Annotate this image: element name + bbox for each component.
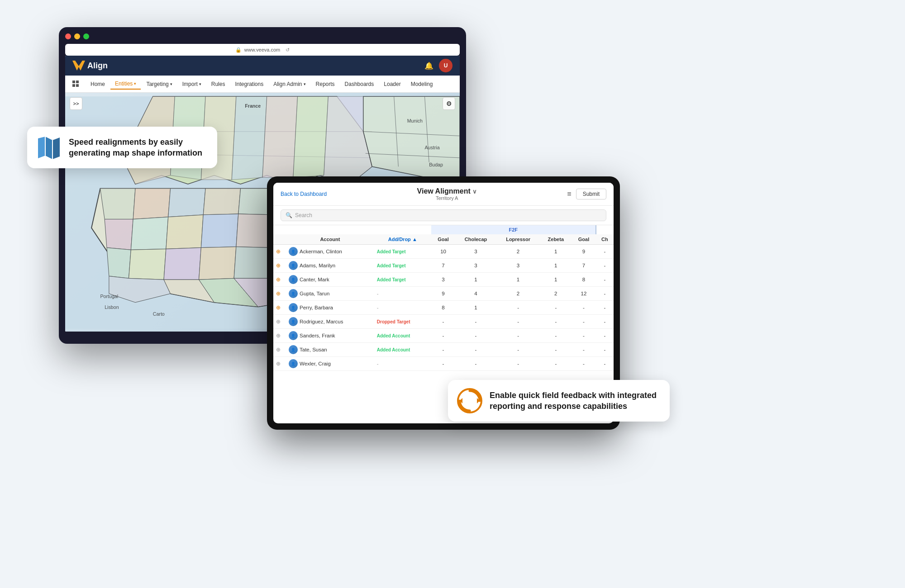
- minimize-dot: [74, 33, 80, 39]
- add-drop-cell: Added Account: [374, 343, 431, 357]
- table-row: ⊕ 👤 Ackerman, Clinton Added Target 10 3 …: [273, 245, 614, 259]
- submit-button[interactable]: Submit: [576, 189, 606, 199]
- account-name: Perry, Barbara: [300, 305, 333, 310]
- account-name: Ackerman, Clinton: [300, 249, 342, 254]
- person-avatar: 👤: [289, 303, 298, 312]
- svg-rect-4: [76, 84, 79, 87]
- account-name: Canter, Mark: [300, 277, 329, 282]
- menu-reports[interactable]: Reports: [311, 79, 339, 89]
- person-avatar: 👤: [289, 359, 298, 368]
- account-name: Sanders, Frank: [300, 333, 335, 338]
- account-name: Gupta, Tarun: [300, 291, 329, 296]
- filter-icon[interactable]: ≡: [567, 190, 571, 198]
- menu-modeling[interactable]: Modeling: [406, 79, 438, 89]
- admin-caret-icon: ▾: [304, 82, 306, 86]
- veeva-v-icon: [72, 61, 85, 71]
- svg-text:Munich: Munich: [407, 118, 423, 123]
- menu-bar: Home Entities ▾ Targeting ▾ Import ▾ Rul…: [65, 76, 460, 93]
- svg-text:Austria: Austria: [424, 145, 439, 150]
- person-avatar: 👤: [289, 289, 298, 298]
- svg-marker-19: [262, 96, 298, 177]
- map-settings-button[interactable]: ⚙: [443, 97, 455, 110]
- person-avatar: 👤: [289, 345, 298, 354]
- svg-marker-29: [133, 189, 170, 219]
- status-badge: Added Account: [377, 333, 410, 338]
- row-target-icon: ⊕: [276, 248, 281, 255]
- add-drop-cell: Added Account: [374, 329, 431, 343]
- account-name: Adams, Marilyn: [300, 263, 335, 268]
- svg-text:Budap: Budap: [429, 162, 443, 167]
- row-target-icon: ⊕: [276, 332, 281, 339]
- status-badge: Dropped Target: [377, 319, 410, 324]
- menu-rules[interactable]: Rules: [207, 79, 230, 89]
- bell-icon[interactable]: 🔔: [424, 62, 433, 70]
- menu-entities[interactable]: Entities ▾: [110, 79, 141, 90]
- veeva-nav: Align 🔔 U: [65, 56, 460, 76]
- search-icon: 🔍: [286, 212, 292, 218]
- svg-text:Portugal: Portugal: [100, 294, 119, 299]
- address-bar: 🔒 www.veeva.com ↺: [65, 44, 460, 56]
- search-placeholder: Search: [295, 212, 312, 218]
- account-name: Wexler, Craig: [300, 361, 331, 366]
- row-target-icon: ⊕: [276, 290, 281, 297]
- row-target-icon: ⊕: [276, 318, 281, 325]
- table-row: ⊕ 👤 Gupta, Tarun - 9 4 2 2 12 -: [273, 287, 614, 301]
- table-row: ⊕ 👤 Adams, Marilyn Added Target 7 3 3 1 …: [273, 259, 614, 273]
- svg-rect-3: [72, 84, 75, 87]
- add-drop-cell: -: [374, 301, 431, 315]
- svg-marker-18: [232, 96, 267, 180]
- add-drop-cell: Added Target: [374, 245, 431, 259]
- back-to-dashboard-link[interactable]: Back to Dashboard: [281, 191, 327, 197]
- territory-subtitle: Territory A: [417, 195, 477, 201]
- col-adddrop[interactable]: Add/Drop ▲: [374, 234, 431, 245]
- title-caret-icon: ∨: [472, 188, 477, 195]
- svg-marker-47: [199, 247, 236, 280]
- menu-home[interactable]: Home: [86, 79, 110, 89]
- add-drop-cell: Added Target: [374, 259, 431, 273]
- search-input-wrap[interactable]: 🔍 Search: [281, 209, 606, 221]
- map-expand-button[interactable]: >>: [70, 97, 82, 110]
- table-row: ⊕ 👤 Perry, Barbara - 8 1 - - - -: [273, 301, 614, 315]
- table-row: ⊕ 👤 Canter, Mark Added Target 3 1 1 1 8 …: [273, 273, 614, 287]
- add-drop-cell: -: [374, 287, 431, 301]
- avatar[interactable]: U: [439, 59, 452, 72]
- col-cholecap: Cholecap: [455, 234, 496, 245]
- col-goal2: Goal: [572, 234, 596, 245]
- svg-marker-44: [107, 248, 131, 279]
- veeva-logo: Align: [72, 61, 108, 71]
- add-drop-cell: -: [374, 357, 431, 371]
- menu-integrations[interactable]: Integrations: [230, 79, 268, 89]
- svg-marker-38: [166, 215, 203, 249]
- table-row: ⊕ 👤 Wexler, Craig - - - - - - -: [273, 357, 614, 371]
- table-row: ⊕ 👤 Tate, Susan Added Account - - - - - …: [273, 343, 614, 357]
- left-callout-box: Speed realignments by easily generating …: [27, 127, 217, 168]
- svg-marker-48: [234, 247, 271, 279]
- menu-targeting[interactable]: Targeting ▾: [142, 79, 176, 89]
- svg-marker-46: [164, 248, 201, 280]
- status-badge: Added Target: [377, 263, 406, 268]
- svg-marker-28: [100, 189, 136, 219]
- app-title: Align: [87, 61, 108, 71]
- row-target-icon: ⊕: [276, 360, 281, 367]
- menu-import[interactable]: Import ▾: [178, 79, 206, 89]
- menu-dashboards[interactable]: Dashboards: [340, 79, 379, 89]
- status-badge: -: [377, 291, 379, 296]
- svg-text:Carto: Carto: [153, 311, 165, 317]
- lock-icon: 🔒: [235, 47, 242, 53]
- svg-marker-30: [168, 189, 205, 217]
- data-table: F2F Account Add/Drop ▲ Goal Cholecap Lop…: [273, 225, 614, 371]
- menu-align-admin[interactable]: Align Admin ▾: [269, 79, 310, 89]
- account-name: Tate, Susan: [300, 347, 327, 352]
- col-account: Account: [286, 234, 374, 245]
- menu-loader[interactable]: Loader: [379, 79, 405, 89]
- col-lopressor: Lopressor: [496, 234, 540, 245]
- svg-text:Lisbon: Lisbon: [105, 304, 119, 310]
- url-text: www.veeva.com: [244, 47, 280, 52]
- svg-marker-0: [72, 61, 85, 71]
- close-dot: [65, 33, 71, 39]
- svg-marker-31: [203, 189, 240, 215]
- svg-marker-73: [38, 137, 45, 158]
- svg-rect-1: [72, 81, 75, 83]
- grid-icon[interactable]: [70, 78, 82, 90]
- table-row: ⊕ 👤 Sanders, Frank Added Account - - - -…: [273, 329, 614, 343]
